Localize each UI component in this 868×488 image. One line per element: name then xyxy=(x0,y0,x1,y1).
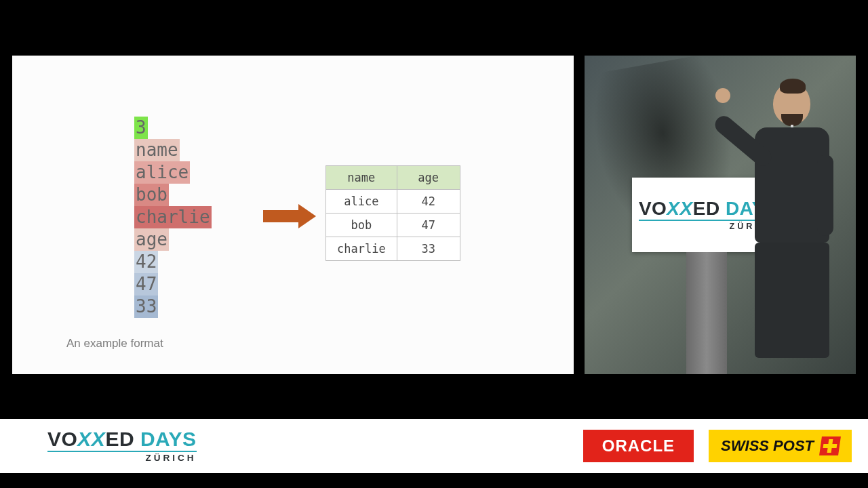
slide-caption: An example format xyxy=(66,337,163,350)
format-token: charlie xyxy=(134,206,212,228)
logo-subline: ZÜRICH xyxy=(47,453,197,463)
table-cell: alice xyxy=(326,190,397,214)
table-header-row: nameage xyxy=(326,166,460,190)
sponsor-oracle: ORACLE xyxy=(583,430,694,462)
logo-text: XX xyxy=(77,428,105,450)
presentation-slide: 3namealicebobcharlieage424733 nameage al… xyxy=(12,56,574,374)
arrow-icon xyxy=(263,205,316,228)
table-row: alice42 xyxy=(326,190,460,214)
speaker-figure xyxy=(736,83,848,367)
swiss-cross-icon xyxy=(819,436,841,455)
logo-text: ED xyxy=(105,428,134,450)
table-row: charlie33 xyxy=(326,237,460,261)
logo-text: VO xyxy=(639,198,667,219)
raw-format-column: 3namealicebobcharlieage424733 xyxy=(134,117,212,318)
table-cell: 42 xyxy=(397,190,460,214)
table-cell: 47 xyxy=(397,214,460,237)
sponsor-footer: VOXXED DAYS ZÜRICH ORACLE SWISS POST xyxy=(0,419,868,473)
format-token: 42 xyxy=(134,251,158,273)
format-token: 47 xyxy=(134,273,158,296)
sponsor-swisspost-text: SWISS POST xyxy=(721,437,814,455)
format-token: alice xyxy=(134,161,190,184)
format-token: name xyxy=(134,139,180,161)
format-token: age xyxy=(134,228,169,251)
video-frame: 3namealicebobcharlieage424733 nameage al… xyxy=(0,0,868,488)
format-token: 3 xyxy=(134,117,148,139)
format-token: bob xyxy=(134,184,169,206)
table-cell: charlie xyxy=(326,237,397,261)
logo-text: VO xyxy=(47,428,77,450)
format-token: 33 xyxy=(134,296,158,318)
event-logo: VOXXED DAYS ZÜRICH xyxy=(47,429,197,463)
logo-text: DAYS xyxy=(140,428,197,450)
table-cell: 33 xyxy=(397,237,460,261)
parsed-table: nameage alice42bob47charlie33 xyxy=(326,165,460,261)
speaker-camera-feed: VOXXED DAYS ZÜRICH xyxy=(585,56,856,374)
table-header-cell: name xyxy=(326,166,397,190)
table-header-cell: age xyxy=(397,166,460,190)
sponsor-swisspost: SWISS POST xyxy=(709,430,852,462)
table-row: bob47 xyxy=(326,214,460,237)
logo-text: XX xyxy=(667,198,692,219)
lectern-stand xyxy=(686,252,727,374)
table-cell: bob xyxy=(326,214,397,237)
sponsor-logos: ORACLE SWISS POST xyxy=(583,430,852,462)
logo-text: ED xyxy=(693,198,720,219)
